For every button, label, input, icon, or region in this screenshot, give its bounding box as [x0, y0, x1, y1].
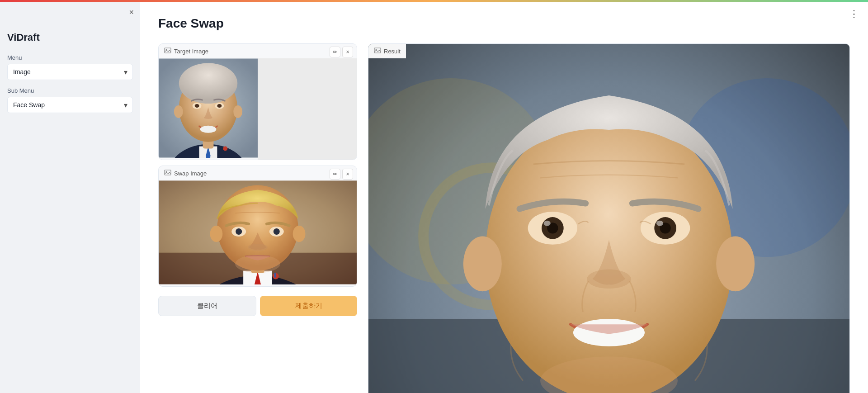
more-options-button[interactable]: ⋮: [849, 8, 859, 20]
submenu-label: Sub Menu: [7, 87, 133, 94]
svg-point-10: [195, 104, 199, 108]
target-image-right-empty: [258, 58, 357, 160]
action-buttons: 클리어 제출하기: [158, 296, 357, 316]
submit-button[interactable]: 제출하기: [260, 296, 357, 316]
svg-point-32: [235, 255, 280, 273]
top-color-bar: [0, 0, 868, 2]
svg-point-60: [463, 237, 502, 292]
swap-panel-actions: ✏ ×: [330, 169, 353, 180]
close-button[interactable]: ×: [129, 8, 134, 16]
result-panel-icon: [374, 47, 381, 55]
menu-select-wrapper: Image Video Audio: [7, 64, 133, 80]
target-panel-label: Target Image: [174, 48, 208, 55]
menu-select[interactable]: Image Video Audio: [7, 64, 133, 80]
svg-rect-36: [274, 273, 276, 278]
sidebar: × ViDraft Menu Image Video Audio Sub Men…: [0, 2, 140, 393]
swap-panel-header: Swap Image: [159, 166, 357, 180]
submenu-group: Sub Menu Face Swap Background Remove Ima…: [7, 87, 133, 113]
main-content: ⋮ Face Swap Target Image: [140, 2, 868, 393]
menu-label: Menu: [7, 54, 133, 61]
menu-group: Menu Image Video Audio: [7, 54, 133, 80]
svg-point-30: [274, 228, 280, 235]
target-image-left: [159, 58, 258, 160]
app-title: ViDraft: [7, 32, 133, 43]
svg-point-31: [248, 244, 268, 251]
target-image-panel: Target Image ✏ ×: [158, 43, 357, 160]
svg-point-57: [587, 270, 631, 289]
app-container: × ViDraft Menu Image Video Audio Sub Men…: [0, 2, 868, 393]
trump-face-svg: [159, 180, 357, 284]
svg-point-8: [179, 63, 237, 104]
target-edit-button[interactable]: ✏: [330, 47, 340, 57]
submenu-select[interactable]: Face Swap Background Remove Image Enhanc…: [7, 97, 133, 113]
close-icon-swap: ×: [346, 171, 349, 177]
svg-point-34: [293, 226, 306, 242]
svg-point-61: [716, 237, 755, 292]
swap-panel-icon: [164, 170, 171, 177]
biden-face-svg: [159, 58, 258, 158]
svg-point-12: [217, 104, 222, 108]
target-close-button[interactable]: ×: [342, 47, 353, 57]
result-face-svg: [368, 44, 849, 393]
clear-button[interactable]: 클리어: [158, 296, 256, 316]
image-panels-column: Target Image ✏ ×: [158, 43, 357, 316]
content-grid: Target Image ✏ ×: [158, 43, 850, 393]
target-panel-actions: ✏ ×: [330, 47, 353, 57]
target-panel-icon: [164, 47, 171, 55]
svg-point-16: [223, 147, 227, 151]
swap-image-panel: Swap Image ✏ ×: [158, 166, 357, 287]
result-panel-header: Result: [368, 44, 406, 58]
result-image-area: [368, 44, 849, 393]
submenu-select-wrapper: Face Swap Background Remove Image Enhanc…: [7, 97, 133, 113]
swap-edit-button[interactable]: ✏: [330, 169, 340, 180]
close-icon: ×: [346, 49, 349, 55]
page-title: Face Swap: [158, 16, 224, 31]
edit-icon: ✏: [333, 49, 337, 55]
swap-image-area: [159, 180, 357, 286]
svg-point-56: [656, 221, 663, 226]
result-panel: Result: [368, 43, 850, 393]
svg-point-15: [233, 105, 242, 118]
svg-point-52: [544, 221, 551, 226]
target-panel-header: Target Image: [159, 44, 357, 58]
swap-panel-label: Swap Image: [174, 170, 207, 177]
swap-close-button[interactable]: ×: [342, 169, 353, 180]
svg-point-28: [236, 228, 242, 235]
header-row: Face Swap: [158, 16, 850, 31]
result-panel-label: Result: [384, 48, 401, 55]
edit-icon-swap: ✏: [333, 171, 337, 177]
svg-point-33: [210, 226, 222, 242]
svg-point-14: [174, 105, 183, 118]
svg-point-13: [200, 126, 217, 133]
target-image-area: [159, 58, 357, 160]
